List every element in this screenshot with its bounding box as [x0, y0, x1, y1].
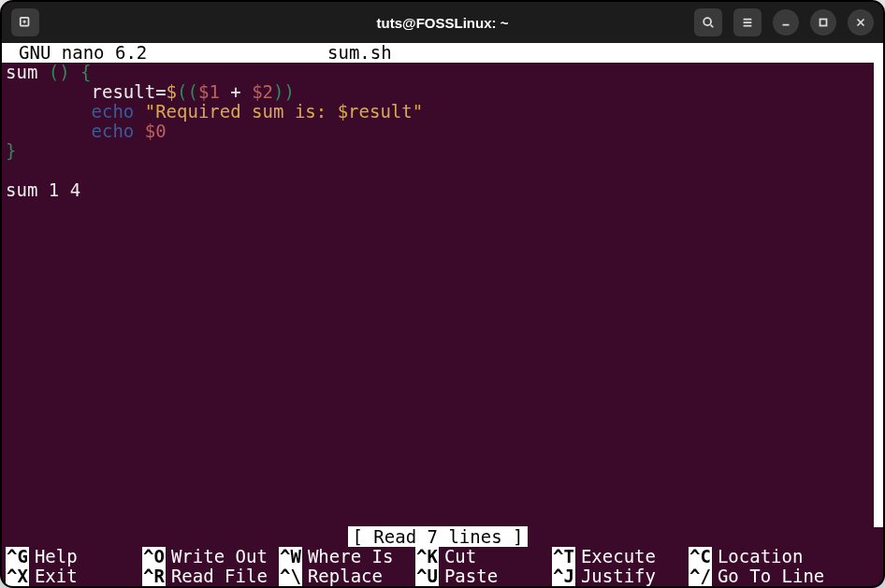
- shortcut-key: ^T: [552, 547, 575, 566]
- code-token: result: [92, 81, 156, 102]
- shortcut-location: ^CLocation: [689, 547, 825, 566]
- code-token: $1: [198, 81, 220, 102]
- code-token: ((: [177, 81, 198, 102]
- shortcut-gotoline: ^/Go To Line: [689, 566, 825, 586]
- shortcut-key: ^U: [415, 566, 439, 586]
- code-token: +: [220, 81, 252, 102]
- code-token: echo: [92, 101, 135, 122]
- shortcut-label: Write Out: [166, 547, 268, 566]
- shortcut-key: ^R: [142, 566, 166, 586]
- code-token: $: [167, 81, 177, 102]
- code-token: )): [273, 81, 295, 102]
- window-title: tuts@FOSSLinux: ~: [377, 15, 509, 31]
- terminal-window: tuts@FOSSLinux: ~ GNU nano 6.2 sum.sh: [0, 0, 885, 588]
- status-line: [ Read 7 lines ]: [6, 527, 870, 547]
- minimize-button[interactable]: [773, 9, 799, 36]
- shortcut-key: ^K: [415, 547, 439, 566]
- shortcut-key: ^G: [6, 547, 29, 566]
- hamburger-icon: [741, 16, 754, 29]
- shortcut-whereis: ^WWhere Is: [279, 547, 415, 566]
- nano-header: GNU nano 6.2 sum.sh: [2, 43, 874, 63]
- code-token: [6, 81, 92, 102]
- titlebar: tuts@FOSSLinux: ~: [2, 2, 883, 43]
- close-button[interactable]: [848, 9, 874, 36]
- editor-content[interactable]: sum () { result=$(($1 + $2)) echo "Requi…: [2, 63, 874, 527]
- shortcut-cut: ^KCut: [415, 547, 552, 566]
- shortcut-label: Location: [712, 547, 804, 566]
- shortcut-label: Exit: [29, 566, 78, 586]
- close-icon: [854, 16, 867, 29]
- shortcut-replace: ^\Replace: [279, 566, 415, 586]
- shortcut-row-2: ^XExit ^RRead File ^\Replace ^UPaste ^JJ…: [6, 566, 870, 586]
- shortcut-label: Help: [29, 547, 78, 566]
- code-token: () {: [37, 62, 91, 82]
- status-message: [ Read 7 lines ]: [348, 526, 527, 547]
- shortcut-exit: ^XExit: [6, 566, 142, 586]
- scrollbar[interactable]: [874, 43, 883, 527]
- code-token: [134, 121, 144, 141]
- search-icon: [702, 16, 715, 29]
- shortcut-label: Read File: [166, 566, 268, 586]
- shortcut-key: ^W: [279, 547, 302, 566]
- shortcut-label: Where Is: [302, 547, 394, 566]
- new-tab-icon: [19, 16, 32, 29]
- terminal-area[interactable]: GNU nano 6.2 sum.sh sum () { result=$(($…: [2, 43, 883, 586]
- shortcut-key: ^C: [689, 547, 712, 566]
- shortcut-key: ^/: [689, 566, 712, 586]
- maximize-icon: [817, 16, 830, 29]
- shortcut-label: Go To Line: [712, 566, 824, 586]
- shortcut-execute: ^TExecute: [552, 547, 689, 566]
- code-token: =: [155, 81, 166, 102]
- shortcut-paste: ^UPaste: [415, 566, 552, 586]
- minimize-icon: [779, 16, 792, 29]
- shortcut-key: ^O: [142, 547, 166, 566]
- code-token: "Required sum is: $result": [145, 101, 423, 122]
- code-token: echo: [92, 121, 135, 141]
- shortcut-readfile: ^RRead File: [142, 566, 279, 586]
- code-token: $2: [252, 81, 273, 102]
- svg-rect-2: [820, 20, 827, 26]
- shortcut-label: Paste: [439, 566, 498, 586]
- search-button[interactable]: [694, 8, 722, 36]
- shortcut-label: Replace: [302, 566, 383, 586]
- shortcut-label: Cut: [439, 547, 476, 566]
- shortcut-writeout: ^OWrite Out: [142, 547, 279, 566]
- shortcut-label: Justify: [575, 566, 656, 586]
- maximize-button[interactable]: [810, 9, 836, 36]
- code-token: sum: [6, 62, 37, 82]
- menu-button[interactable]: [733, 8, 762, 36]
- nano-footer: [ Read 7 lines ] ^GHelp ^OWrite Out ^WWh…: [2, 527, 874, 586]
- shortcut-label: Execute: [575, 547, 656, 566]
- shortcut-help: ^GHelp: [6, 547, 142, 566]
- shortcut-row-1: ^GHelp ^OWrite Out ^WWhere Is ^KCut ^TEx…: [6, 547, 870, 566]
- shortcut-key: ^\: [279, 566, 302, 586]
- shortcut-justify: ^JJustify: [552, 566, 689, 586]
- nano-app-name: GNU nano 6.2: [9, 43, 327, 63]
- code-token: [6, 101, 92, 122]
- nano-filename: sum.sh: [327, 43, 866, 63]
- new-tab-button[interactable]: [11, 8, 39, 36]
- svg-point-1: [704, 18, 711, 25]
- shortcut-key: ^J: [552, 566, 575, 586]
- code-token: }: [6, 140, 16, 161]
- code-token: [134, 101, 144, 122]
- code-token: sum 1 4: [6, 179, 80, 200]
- code-token: [6, 121, 92, 141]
- shortcut-key: ^X: [6, 566, 29, 586]
- code-token: $0: [145, 121, 167, 141]
